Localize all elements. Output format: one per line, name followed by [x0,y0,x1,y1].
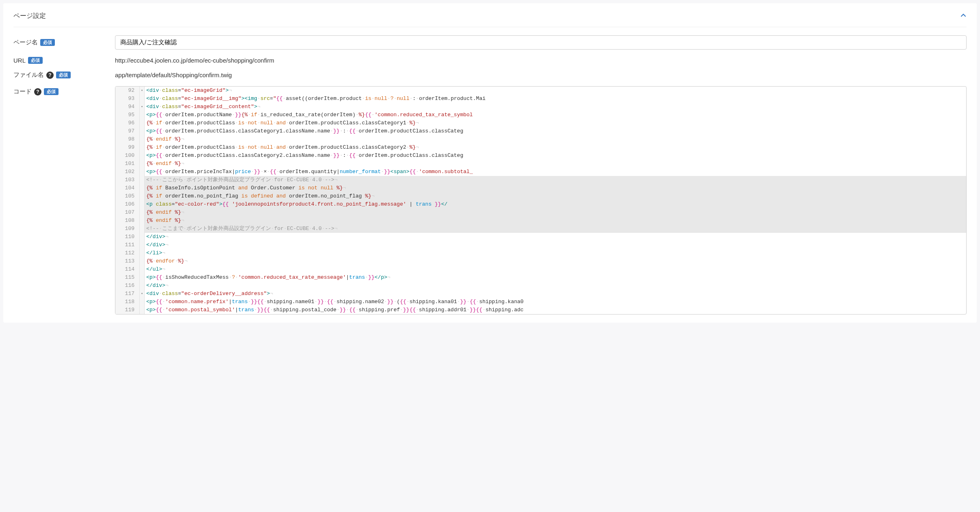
label-page-name: ページ名 必須 [13,39,115,46]
fold-gutter[interactable] [140,265,145,273]
code-content[interactable]: <p class="ec-color-red">{{ 'joolennopoin… [145,200,966,208]
fold-gutter[interactable] [140,225,145,233]
code-line[interactable]: 99 {%·if·orderItem.productClass·is·not·n… [115,143,966,152]
code-line[interactable]: 98 {%·endif·%}¬ [115,135,966,143]
code-content[interactable]: {% endif %}¬ [145,208,966,217]
code-content[interactable]: <p>{{·isShowReducedTaxMess·?·'common.red… [145,273,966,282]
line-number: 101 [115,160,140,168]
code-line[interactable]: 107 {% endif %}¬ [115,208,966,217]
code-line[interactable]: 96 {%·if·orderItem.productClass·is·not·n… [115,119,966,127]
fold-gutter[interactable] [140,168,145,176]
code-line[interactable]: 113 {%·endfor·%}¬ [115,257,966,265]
code-content[interactable]: {% if orderItem.no_point_flag is defined… [145,192,966,200]
code-editor[interactable]: 92▾ <div·class="ec-imageGrid">¬93 <div·c… [115,86,967,315]
fold-gutter[interactable] [140,176,145,184]
code-content[interactable]: </div>¬ [145,233,966,241]
fold-gutter[interactable]: ▾ [140,290,145,298]
code-content[interactable]: <p>{{·orderItem.productName·}}{%·if·is_r… [145,111,966,119]
label-text: URL [13,57,26,64]
label-text: コード [13,88,32,95]
fold-gutter[interactable] [140,208,145,217]
code-content[interactable]: <div·class="ec-imageGrid">¬ [145,87,966,95]
fold-gutter[interactable] [140,135,145,143]
code-line[interactable]: 94▾ <div·class="ec-imageGrid__content">¬ [115,103,966,111]
code-content[interactable]: <p>{{·'common.postal_symbol'|trans·}}{{·… [145,306,966,314]
help-icon[interactable]: ? [34,88,41,95]
code-line[interactable]: 92▾ <div·class="ec-imageGrid">¬ [115,87,966,95]
code-line[interactable]: 116</div>¬ [115,282,966,290]
fold-gutter[interactable]: ▾ [140,87,145,95]
code-line[interactable]: 108 {% endif %}¬ [115,217,966,225]
code-content[interactable]: <div·class="ec-imageGrid__content">¬ [145,103,966,111]
code-line[interactable]: 100 <p>{{·orderItem.productClass.classCa… [115,152,966,160]
code-content[interactable]: <p>{{·'common.name.prefix'|trans·}}{{·sh… [145,298,966,306]
code-content[interactable]: {% if BaseInfo.isOptionPoint and Order.C… [145,184,966,192]
code-content[interactable]: <!--·ここから·ポイント対象外商品設定プラグイン·for·EC-CUBE·4… [145,176,966,184]
code-content[interactable]: <p>{{·orderItem.productClass.classCatego… [145,127,966,135]
code-content[interactable]: <p>{{·orderItem.priceIncTax|price·}}·×·{… [145,168,966,176]
help-icon[interactable]: ? [46,72,54,79]
code-content[interactable]: </div>¬ [145,241,966,249]
row-url: URL 必須 http://eccube4.joolen.co.jp/demo/… [13,57,967,64]
code-content[interactable]: <!--·ここまで·ポイント対象外商品設定プラグイン·for·EC-CUBE·4… [145,225,966,233]
fold-gutter[interactable] [140,119,145,127]
code-line[interactable]: 111 </div>¬ [115,241,966,249]
fold-gutter[interactable] [140,184,145,192]
fold-gutter[interactable] [140,143,145,152]
code-content[interactable]: {%·if·orderItem.productClass·is·not·null… [145,143,966,152]
code-content[interactable]: </li>¬ [145,249,966,257]
fold-gutter[interactable] [140,192,145,200]
fold-gutter[interactable] [140,257,145,265]
code-line[interactable]: 114 </ul>¬ [115,265,966,273]
code-line[interactable]: 112 </li>¬ [115,249,966,257]
fold-gutter[interactable] [140,160,145,168]
code-content[interactable]: <div·class="ec-imageGrid__img"><img·src=… [145,95,966,103]
page-name-input[interactable] [115,35,967,50]
code-line[interactable]: 93 <div·class="ec-imageGrid__img"><img·s… [115,95,966,103]
fold-gutter[interactable] [140,127,145,135]
code-line[interactable]: 117▾<div·class="ec-orderDelivery__addres… [115,290,966,298]
label-file-name: ファイル名 ? 必須 [13,71,115,79]
code-content[interactable]: {%·endfor·%}¬ [145,257,966,265]
fold-gutter[interactable] [140,306,145,314]
fold-gutter[interactable] [140,152,145,160]
fold-gutter[interactable] [140,217,145,225]
fold-gutter[interactable] [140,111,145,119]
fold-gutter[interactable] [140,233,145,241]
code-line[interactable]: 118 <p>{{·'common.name.prefix'|trans·}}{… [115,298,966,306]
code-content[interactable]: </ul>¬ [145,265,966,273]
code-line[interactable]: 103 <!--·ここから·ポイント対象外商品設定プラグイン·for·EC-CU… [115,176,966,184]
fold-gutter[interactable] [140,282,145,290]
line-number: 113 [115,257,140,265]
line-number: 109 [115,225,140,233]
code-line[interactable]: 110 </div>¬ [115,233,966,241]
fold-gutter[interactable]: ▾ [140,103,145,111]
code-content[interactable]: </div>¬ [145,282,966,290]
collapse-icon[interactable] [960,11,967,21]
code-line[interactable]: 106 <p class="ec-color-red">{{ 'joolenno… [115,200,966,208]
code-line[interactable]: 101 {%·endif·%}¬ [115,160,966,168]
code-content[interactable]: {%·endif·%}¬ [145,160,966,168]
line-number: 95 [115,111,140,119]
code-line[interactable]: 105 {% if orderItem.no_point_flag is def… [115,192,966,200]
fold-gutter[interactable] [140,298,145,306]
fold-gutter[interactable] [140,273,145,282]
code-line[interactable]: 119 <p>{{·'common.postal_symbol'|trans·}… [115,306,966,314]
code-content[interactable]: {% endif %}¬ [145,217,966,225]
code-line[interactable]: 104 {% if BaseInfo.isOptionPoint and Ord… [115,184,966,192]
code-line[interactable]: 102 <p>{{·orderItem.priceIncTax|price·}}… [115,168,966,176]
fold-gutter[interactable] [140,95,145,103]
fold-gutter[interactable] [140,249,145,257]
code-line[interactable]: 97 <p>{{·orderItem.productClass.classCat… [115,127,966,135]
code-content[interactable]: <div·class="ec-orderDelivery__address">¬ [145,290,966,298]
code-content[interactable]: {%·if·orderItem.productClass·is·not·null… [145,119,966,127]
code-content[interactable]: {%·endif·%}¬ [145,135,966,143]
line-number: 118 [115,298,140,306]
code-line[interactable]: 95 <p>{{·orderItem.productName·}}{%·if·i… [115,111,966,119]
fold-gutter[interactable] [140,200,145,208]
panel-header: ページ設定 [13,11,967,27]
code-content[interactable]: <p>{{·orderItem.productClass.classCatego… [145,152,966,160]
fold-gutter[interactable] [140,241,145,249]
code-line[interactable]: 109 <!--·ここまで·ポイント対象外商品設定プラグイン·for·EC-CU… [115,225,966,233]
code-line[interactable]: 115 <p>{{·isShowReducedTaxMess·?·'common… [115,273,966,282]
